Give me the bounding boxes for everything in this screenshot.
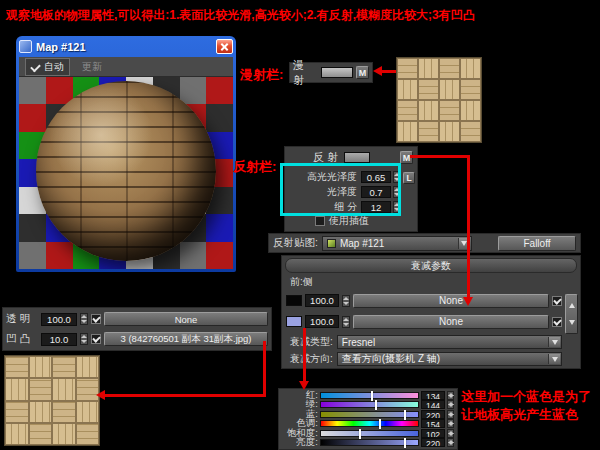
hue-value[interactable]: 154 — [421, 419, 445, 428]
chevron-down-icon — [548, 337, 560, 347]
interpolation-checkbox[interactable] — [315, 216, 325, 226]
auto-toggle[interactable]: 自动 — [25, 58, 70, 76]
lock-button[interactable]: L — [403, 172, 415, 184]
connector-reflect-line-h — [410, 155, 470, 158]
falloff-direction-row: 衰减方向: 查看方向(摄影机 Z 轴) — [282, 352, 580, 366]
spinner[interactable] — [342, 316, 350, 328]
slider-marker[interactable] — [375, 400, 377, 410]
saturation-slider[interactable] — [320, 430, 419, 437]
spinner[interactable] — [393, 171, 401, 183]
value-channel-row: 亮度: 220 — [282, 438, 454, 447]
green-value[interactable]: 144 — [421, 400, 445, 409]
hue-slider[interactable] — [320, 420, 419, 427]
slider-marker[interactable] — [379, 419, 381, 429]
value-value[interactable]: 220 — [421, 438, 445, 447]
connector-swatch-line — [303, 328, 306, 382]
spinner[interactable] — [393, 201, 401, 213]
highlight-glossiness-row: 高光光泽度 0.65 — [289, 169, 401, 184]
falloff-parameters-panel: 衰减参数 前:侧 100.0 None 100.0 None 衰减类型: Fre… — [281, 255, 581, 369]
reflection-color-swatch[interactable] — [344, 152, 370, 163]
subdivs-value[interactable]: 12 — [361, 201, 391, 213]
highlight-glossiness-label: 高光光泽度 — [289, 170, 359, 184]
spinner[interactable] — [447, 410, 454, 419]
falloff-type-dropdown[interactable]: Fresnel — [337, 335, 562, 349]
bump-enable-checkbox[interactable] — [91, 334, 101, 344]
top-note: 观察地板的物理属性,可以得出:1.表面比较光滑,高光较小;2.有反射,模糊度比较… — [6, 7, 594, 24]
value-slider[interactable] — [320, 439, 419, 446]
connector-bump-line-v — [263, 341, 266, 397]
spinner[interactable] — [447, 438, 454, 447]
checkmark-icon — [30, 61, 41, 72]
slider-marker[interactable] — [371, 391, 373, 401]
slider-marker[interactable] — [404, 410, 406, 420]
front-color-swatch[interactable] — [286, 295, 302, 306]
slider-marker[interactable] — [404, 438, 406, 448]
map-icon — [327, 239, 336, 248]
window-icon — [19, 40, 32, 53]
connector-diffuse-arrow — [373, 66, 382, 76]
spinner[interactable] — [393, 186, 401, 198]
falloff-direction-label: 衰减方向: — [290, 352, 333, 366]
spinner[interactable] — [342, 295, 350, 307]
side-color-swatch[interactable] — [286, 316, 302, 327]
window-body: 自动 更新 — [19, 57, 233, 269]
spinner[interactable] — [447, 391, 454, 400]
reflection-panel: 反 射 M 高光光泽度 0.65 光泽度 0.7 细 分 12 L — [284, 146, 418, 232]
blue-value[interactable]: 220 — [421, 410, 445, 419]
glossiness-value[interactable]: 0.7 — [361, 186, 391, 198]
falloff-button[interactable]: Falloff — [498, 236, 576, 251]
spinner[interactable] — [447, 429, 454, 438]
reflect-map-dropdown[interactable]: Map #121 — [322, 236, 472, 251]
diffuse-color-swatch[interactable] — [321, 67, 353, 78]
spinner[interactable] — [447, 400, 454, 409]
blue-slider[interactable] — [320, 411, 419, 418]
red-value[interactable]: 134 — [421, 391, 445, 400]
green-slider[interactable] — [320, 401, 419, 408]
spinner[interactable] — [80, 313, 88, 325]
front-map-button[interactable]: None — [353, 294, 549, 308]
window-title: Map #121 — [36, 41, 212, 53]
falloff-type-row: 衰减类型: Fresnel — [282, 335, 580, 349]
subdivs-label: 细 分 — [289, 200, 359, 214]
side-amount-value[interactable]: 100.0 — [305, 315, 339, 328]
highlight-glossiness-value[interactable]: 0.65 — [361, 171, 391, 183]
close-icon[interactable] — [216, 39, 233, 54]
reflection-settings: 高光光泽度 0.65 光泽度 0.7 细 分 12 — [289, 169, 401, 214]
reflect-pointer-label: 反射栏: — [233, 158, 276, 176]
window-titlebar[interactable]: Map #121 — [19, 36, 233, 57]
saturation-value[interactable]: 102 — [421, 429, 445, 438]
connector-reflect-arrow — [463, 297, 473, 306]
glossiness-label: 光泽度 — [289, 185, 359, 199]
transparency-enable-checkbox[interactable] — [91, 314, 101, 324]
reflection-header: 反 射 M — [291, 150, 413, 165]
falloff-direction-value: 查看方向(摄影机 Z 轴) — [342, 352, 440, 366]
transparency-label: 透 明 — [6, 312, 38, 326]
red-slider[interactable] — [320, 392, 419, 399]
side-enable-checkbox[interactable] — [552, 317, 562, 327]
front-amount-value[interactable]: 100.0 — [305, 294, 339, 307]
front-enable-checkbox[interactable] — [552, 296, 562, 306]
falloff-rollout-header[interactable]: 衰减参数 — [285, 258, 577, 273]
slider-marker[interactable] — [359, 429, 361, 439]
update-button[interactable]: 更新 — [82, 60, 102, 74]
interpolation-label: 使用插值 — [329, 214, 369, 228]
diffuse-pointer-label: 漫射栏: — [240, 66, 283, 84]
connector-swatch-arrow — [299, 381, 309, 390]
transparency-map-button[interactable]: None — [104, 312, 268, 326]
bump-value[interactable]: 10.0 — [41, 333, 77, 346]
diffuse-label: 漫 射 — [293, 58, 318, 88]
transparency-value[interactable]: 100.0 — [41, 313, 77, 326]
side-map-button[interactable]: None — [353, 315, 549, 329]
color-selector-panel: 红: 134 绿: 144 蓝: 220 色调: 154 饱和度: 102 — [278, 388, 458, 450]
maps-panel: 透 明 100.0 None 凹 凸 10.0 3 (842760501 副本 … — [2, 307, 272, 351]
reflect-map-name: Map #121 — [340, 238, 384, 249]
spinner[interactable] — [80, 333, 88, 345]
falloff-direction-dropdown[interactable]: 查看方向(摄影机 Z 轴) — [337, 352, 562, 366]
spinner[interactable] — [447, 419, 454, 428]
bump-map-button[interactable]: 3 (842760501 副本 31副本.jpg) — [104, 332, 268, 346]
diffuse-map-button[interactable]: M — [356, 66, 369, 79]
swap-curve-button[interactable] — [565, 294, 578, 334]
connector-bump-line-h — [104, 394, 266, 397]
blue-note: 这里加一个蓝色是为了让地板高光产生蓝色 — [461, 388, 593, 424]
glossiness-row: 光泽度 0.7 — [289, 184, 401, 199]
